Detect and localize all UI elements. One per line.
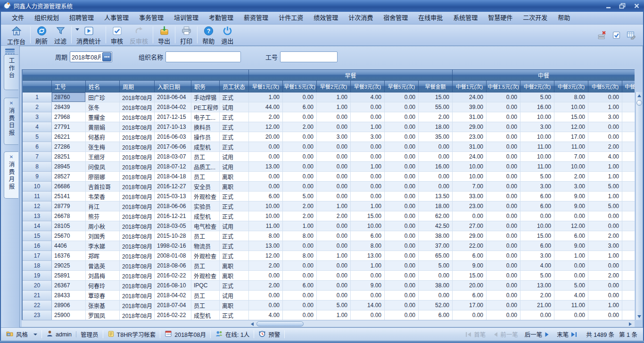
partial-value-cell[interactable] xyxy=(622,231,635,241)
partial-value-cell[interactable] xyxy=(622,281,635,291)
value-cell[interactable]: 52.00 xyxy=(419,301,453,310)
data-cell[interactable]: 正式 xyxy=(220,112,249,122)
value-cell[interactable]: 3.00 xyxy=(317,132,351,142)
data-cell[interactable]: 2018-04-02 xyxy=(155,102,191,112)
value-cell[interactable]: 0.00 xyxy=(554,211,588,221)
value-cell[interactable]: 13.00 xyxy=(249,241,283,251)
value-cell[interactable]: 0.00 xyxy=(487,231,520,241)
data-cell[interactable]: 2016-12-27 xyxy=(155,182,191,192)
partial-value-cell[interactable] xyxy=(622,172,635,182)
menu-item-1[interactable]: 文件 xyxy=(7,12,29,24)
value-cell[interactable]: 0.00 xyxy=(487,152,520,162)
value-cell[interactable]: 0.00 xyxy=(385,162,419,172)
value-cell[interactable]: 10.00 xyxy=(520,152,554,162)
value-cell[interactable]: 2.00 xyxy=(554,172,588,182)
value-cell[interactable]: 0.00 xyxy=(351,142,385,152)
value-cell[interactable]: 1.00 xyxy=(283,221,317,231)
value-cell[interactable]: 7.00 xyxy=(554,152,588,162)
value-cell[interactable]: 0.00 xyxy=(317,152,351,162)
value-cell[interactable]: 11.00 xyxy=(554,142,588,152)
data-cell[interactable]: 熊芬 xyxy=(86,211,120,221)
value-cell[interactable]: 11.00 xyxy=(554,301,588,310)
value-cell[interactable]: 24.00 xyxy=(453,152,487,162)
data-cell[interactable]: 试用 xyxy=(220,102,249,112)
data-cell[interactable]: 2018年08月 xyxy=(120,102,155,112)
data-cell[interactable]: 2017-10-13 xyxy=(155,122,191,132)
value-cell[interactable]: 14.00 xyxy=(351,301,385,310)
data-cell[interactable]: 张生梅 xyxy=(86,142,120,152)
data-cell[interactable]: 2018-07-04 xyxy=(155,301,191,310)
approve-button[interactable]: 审核 xyxy=(107,25,126,45)
value-column-header-3[interactable]: 早餐2元(次) xyxy=(317,81,351,92)
row-number-cell[interactable]: 7 xyxy=(23,152,52,162)
value-cell[interactable]: 0.00 xyxy=(385,112,419,122)
data-cell[interactable]: 离职 xyxy=(220,301,249,310)
value-cell[interactable]: 0.00 xyxy=(419,172,453,182)
value-cell[interactable]: 0.00 xyxy=(283,182,317,192)
value-cell[interactable]: 9.00 xyxy=(351,281,385,291)
menu-item-11[interactable]: 计次消费 xyxy=(343,12,378,24)
value-cell[interactable]: 0.00 xyxy=(453,310,487,320)
partial-value-cell[interactable] xyxy=(622,310,635,320)
value-cell[interactable]: 5.00 xyxy=(283,192,317,201)
value-column-header-9[interactable]: 中餐2元(次) xyxy=(520,81,554,92)
data-cell[interactable]: 1998-02-16 xyxy=(155,241,191,251)
value-cell[interactable]: 10.00 xyxy=(453,172,487,182)
value-cell[interactable]: 6.00 xyxy=(453,251,487,261)
value-cell[interactable]: 5.00 xyxy=(588,182,622,192)
menu-item-9[interactable]: 计件工资 xyxy=(273,12,308,24)
value-cell[interactable]: 0.00 xyxy=(487,142,520,152)
value-cell[interactable]: 3.00 xyxy=(520,182,554,192)
value-cell[interactable]: 10.00 xyxy=(453,162,487,172)
value-cell[interactable]: 0.00 xyxy=(520,211,554,221)
value-cell[interactable]: 16.00 xyxy=(419,162,453,172)
menu-item-15[interactable]: 智慧硬件 xyxy=(483,12,518,24)
vertical-scrollbar[interactable] xyxy=(636,92,643,320)
value-cell[interactable]: 0.00 xyxy=(317,221,351,231)
value-cell[interactable]: 0.00 xyxy=(317,142,351,152)
data-cell[interactable]: 员工 xyxy=(191,291,220,301)
data-cell[interactable]: 28439 xyxy=(52,102,86,112)
data-cell[interactable]: 曾选英 xyxy=(86,261,120,271)
data-cell[interactable]: 试用 xyxy=(220,221,249,231)
data-cell[interactable]: 员工 xyxy=(191,231,220,241)
stats-button[interactable]: 消费统计 xyxy=(73,25,104,45)
last-record-button[interactable]: 末笔 xyxy=(557,330,578,339)
horizontal-scroll-thumb[interactable] xyxy=(256,321,304,326)
value-cell[interactable]: 0.00 xyxy=(249,301,283,310)
value-cell[interactable]: 13.00 xyxy=(351,251,385,261)
value-cell[interactable]: 1.00 xyxy=(351,261,385,271)
value-cell[interactable]: 2.00 xyxy=(283,201,317,211)
refresh-button[interactable]: 刷新 xyxy=(32,25,51,45)
value-cell[interactable]: 0.00 xyxy=(351,182,385,192)
value-cell[interactable]: 3.00 xyxy=(588,241,622,251)
partial-value-cell[interactable] xyxy=(622,291,635,301)
value-cell[interactable]: 3.00 xyxy=(588,112,622,122)
row-number-cell[interactable]: 16 xyxy=(23,241,52,251)
value-cell[interactable]: 0.00 xyxy=(317,122,351,132)
data-cell[interactable]: 2018年08月 xyxy=(120,142,155,152)
value-cell[interactable]: 0.00 xyxy=(317,281,351,291)
data-cell[interactable]: 2015-10-28 xyxy=(155,231,191,241)
value-cell[interactable]: 0.00 xyxy=(317,112,351,122)
value-cell[interactable]: 0.00 xyxy=(283,152,317,162)
value-cell[interactable]: 15.00 xyxy=(419,92,453,102)
value-cell[interactable]: 0.00 xyxy=(385,221,419,231)
value-cell[interactable]: 2.00 xyxy=(520,291,554,301)
value-cell[interactable]: 10.00 xyxy=(554,162,588,172)
value-cell[interactable]: 0.00 xyxy=(283,142,317,152)
partial-value-cell[interactable] xyxy=(622,132,635,142)
value-cell[interactable]: 17.00 xyxy=(554,132,588,142)
data-cell[interactable]: 换料员 xyxy=(191,122,220,132)
data-cell[interactable]: 2018年08月 xyxy=(120,261,155,271)
data-cell[interactable]: 张冬 xyxy=(86,102,120,112)
value-cell[interactable]: 1.00 xyxy=(588,172,622,182)
data-cell[interactable]: 2018年08月 xyxy=(120,281,155,291)
value-cell[interactable]: 15.00 xyxy=(453,271,487,281)
data-cell[interactable]: 郑晖 xyxy=(86,251,120,261)
value-cell[interactable]: 6.00 xyxy=(283,102,317,112)
data-cell[interactable]: 26221 xyxy=(52,132,86,142)
value-cell[interactable]: 0.00 xyxy=(283,310,317,320)
value-cell[interactable]: 0.00 xyxy=(385,92,419,102)
value-cell[interactable]: 0.00 xyxy=(317,172,351,182)
